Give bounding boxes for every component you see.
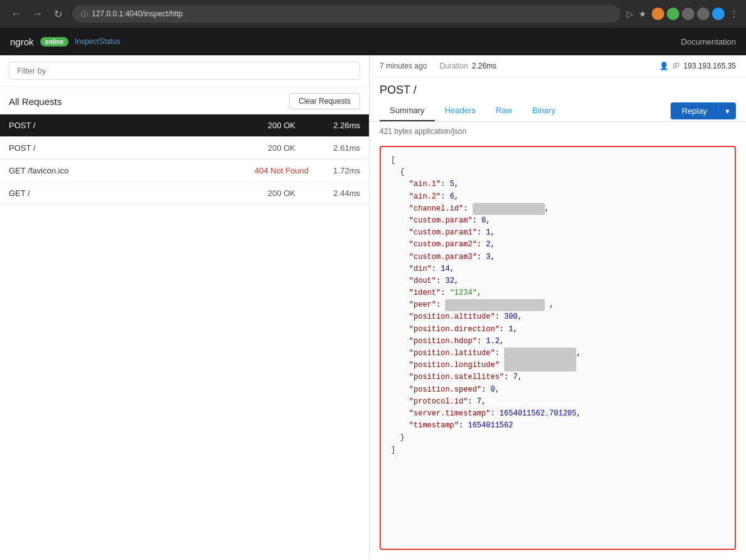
app-header: ngrok online InspectStatus Documentation — [0, 28, 746, 55]
ip-label: IP — [672, 62, 679, 70]
tab-headers[interactable]: Headers — [435, 101, 486, 121]
avatar-4 — [697, 8, 710, 20]
clear-requests-button[interactable]: Clear Requests — [289, 93, 360, 109]
url-text: 127.0.0.1:4040/inspect/http — [92, 9, 183, 18]
avatar-3 — [682, 8, 694, 20]
time-ago: 7 minutes ago — [380, 62, 427, 70]
lock-icon: ⓘ — [81, 9, 88, 19]
avatar-1 — [652, 8, 664, 20]
request-status: 404 Not Found — [247, 166, 316, 175]
tab-raw[interactable]: Raw — [486, 101, 522, 121]
request-title: POST / — [370, 77, 746, 101]
reload-button[interactable]: ↻ — [50, 7, 66, 21]
request-method: GET / — [9, 189, 247, 198]
status-badge: online — [40, 37, 69, 47]
request-item[interactable]: POST / 200 OK 2.61ms — [0, 137, 369, 160]
ip-value: 193.193.165.35 — [684, 62, 736, 70]
request-duration: 1.72ms — [316, 166, 360, 175]
requests-title: All Requests — [9, 96, 62, 107]
ip-info: 👤 IP 193.193.165.35 — [659, 62, 736, 70]
request-status: 200 OK — [247, 143, 316, 153]
requests-header: All Requests Clear Requests — [0, 87, 369, 114]
tabs-bar: Summary Headers Raw Binary Replay ▼ — [370, 101, 746, 122]
request-method: POST / — [9, 121, 247, 130]
app-logo: ngrok — [10, 36, 34, 47]
replay-button-group: Replay ▼ — [671, 102, 736, 119]
request-method: POST / — [9, 143, 247, 153]
duration-label: Duration — [439, 62, 468, 70]
request-item[interactable]: POST / 200 OK 2.26ms — [0, 114, 369, 137]
tab-binary[interactable]: Binary — [522, 101, 566, 121]
browser-chrome: ← → ↻ ⓘ 127.0.0.1:4040/inspect/http ▷ ★ … — [0, 0, 746, 28]
bookmark-button[interactable]: ★ — [639, 9, 647, 19]
cast-button[interactable]: ▷ — [627, 9, 634, 19]
request-status: 200 OK — [247, 189, 316, 198]
avatar-5 — [712, 8, 725, 20]
content-meta: 421 bytes application/json — [370, 122, 746, 141]
app-header-left: ngrok online InspectStatus — [10, 36, 121, 47]
forward-button[interactable]: → — [29, 7, 47, 21]
json-content: [ { "ain.1": 5, "ain.2": 6, "channel.id"… — [380, 146, 736, 550]
request-duration: 2.26ms — [316, 121, 360, 130]
right-panel-meta: 7 minutes ago Duration 2.26ms 👤 IP 193.1… — [370, 55, 746, 77]
filter-bar — [0, 55, 369, 87]
main-layout: All Requests Clear Requests POST / 200 O… — [0, 55, 746, 560]
left-panel: All Requests Clear Requests POST / 200 O… — [0, 55, 370, 560]
request-status: 200 OK — [247, 121, 316, 130]
back-button[interactable]: ← — [8, 7, 25, 21]
avatar-2 — [667, 8, 679, 20]
inspect-link[interactable]: InspectStatus — [75, 37, 121, 46]
request-duration: 2.61ms — [316, 143, 360, 153]
request-list: POST / 200 OK 2.26ms POST / 200 OK 2.61m… — [0, 114, 369, 560]
documentation-link[interactable]: Documentation — [681, 37, 736, 47]
menu-button[interactable]: ⋮ — [730, 9, 738, 19]
duration-value: 2.26ms — [472, 62, 496, 70]
replay-dropdown-button[interactable]: ▼ — [718, 102, 736, 119]
profile-avatars — [652, 8, 725, 20]
tab-summary[interactable]: Summary — [380, 101, 435, 121]
replay-button[interactable]: Replay — [671, 102, 718, 119]
right-panel: 7 minutes ago Duration 2.26ms 👤 IP 193.1… — [370, 55, 746, 560]
filter-input[interactable] — [9, 62, 360, 80]
request-item[interactable]: GET /favicon.ico 404 Not Found 1.72ms — [0, 160, 369, 182]
request-method: GET /favicon.ico — [9, 166, 247, 175]
duration-info: Duration 2.26ms — [439, 62, 496, 70]
user-icon: 👤 — [659, 62, 669, 70]
browser-actions: ▷ ★ ⋮ — [627, 8, 738, 20]
address-bar[interactable]: ⓘ 127.0.0.1:4040/inspect/http — [72, 5, 620, 23]
nav-buttons: ← → ↻ — [8, 7, 66, 21]
request-item[interactable]: GET / 200 OK 2.44ms — [0, 182, 369, 205]
request-duration: 2.44ms — [316, 189, 360, 198]
